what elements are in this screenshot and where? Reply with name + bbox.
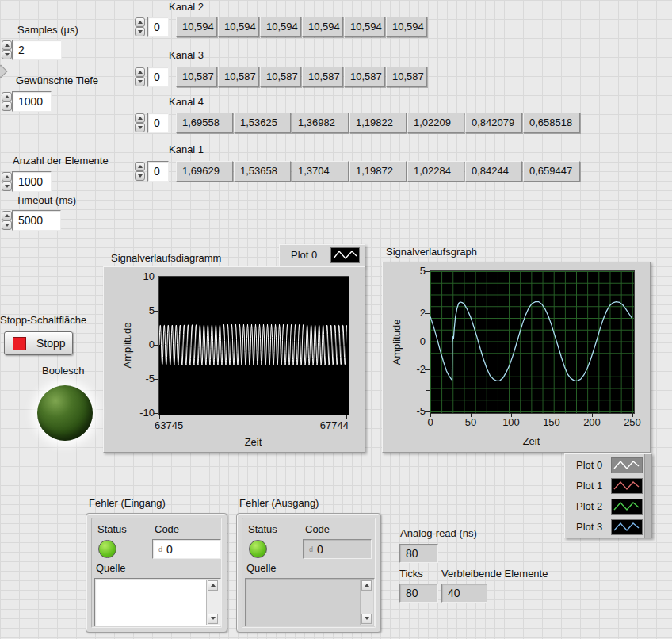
axis-tick	[471, 413, 472, 417]
tiefe-label: Gewünschte Tiefe	[16, 75, 98, 86]
plot-style-icon	[330, 247, 360, 263]
decrement-button[interactable]	[2, 50, 12, 59]
timeout-input[interactable]: 5000	[12, 210, 61, 231]
kanal3-array: 10,58710,58710,58710,58710,58710,587	[176, 67, 427, 87]
axis-tick	[159, 415, 160, 419]
increment-button[interactable]	[2, 211, 12, 220]
quelle-label: Quelle	[96, 562, 126, 574]
legend-item[interactable]: Plot 2	[565, 498, 651, 517]
code-value: 0	[317, 540, 323, 559]
axis-tick	[426, 390, 430, 391]
legend-item[interactable]: Plot 1	[565, 477, 651, 496]
timeout-value: 5000	[18, 214, 43, 227]
decrement-button[interactable]	[2, 101, 12, 111]
kanal4-index-spinner[interactable]	[135, 113, 145, 133]
status-label: Status	[248, 523, 277, 535]
axis-tick	[154, 345, 158, 346]
plot-style-icon	[611, 519, 643, 535]
array-cell: 1,02209	[407, 113, 464, 133]
kanal4-label: Kanal 4	[169, 96, 204, 108]
samples-spinner[interactable]	[2, 40, 12, 60]
array-cell: 10,594	[176, 17, 217, 37]
tiefe-input[interactable]: 1000	[12, 91, 52, 112]
ticks-label: Ticks	[399, 568, 423, 580]
anzahl-spinner[interactable]	[2, 172, 12, 192]
axis-tick	[430, 413, 431, 417]
kanal4-index[interactable]: 0	[147, 113, 169, 133]
array-cell: 10,587	[386, 67, 427, 87]
index-value: 0	[154, 117, 160, 129]
array-cell: 10,587	[176, 67, 217, 87]
down-arrow-icon	[5, 185, 10, 188]
kanal2-index-spinner[interactable]	[135, 17, 145, 37]
anzahl-input[interactable]: 1000	[12, 171, 52, 192]
scrollbar[interactable]	[206, 580, 220, 625]
samples-label: Samples (µs)	[17, 24, 78, 36]
samples-value: 2	[18, 44, 25, 56]
decrement-button[interactable]	[2, 182, 12, 191]
legend-item[interactable]: Plot 3	[565, 518, 651, 538]
array-cell: 1,19872	[349, 161, 407, 182]
boolesch-led[interactable]	[37, 385, 93, 441]
decrement-button[interactable]	[135, 123, 145, 132]
scrollbar[interactable]	[360, 580, 373, 625]
array-cell: 10,594	[218, 17, 259, 37]
kanal2-label: Kanal 2	[169, 1, 204, 13]
down-arrow-icon	[138, 126, 143, 129]
up-arrow-icon	[365, 584, 369, 587]
status-led[interactable]	[98, 540, 116, 558]
increment-button[interactable]	[2, 40, 12, 50]
samples-input[interactable]: 2	[12, 40, 62, 60]
code-input[interactable]: d 0	[152, 539, 221, 559]
scroll-down-button[interactable]	[208, 614, 218, 624]
stop-button[interactable]: Stopp	[4, 331, 73, 355]
legend-item[interactable]: Plot 0	[565, 457, 651, 476]
decrement-button[interactable]	[135, 77, 145, 86]
stop-square-icon	[13, 337, 26, 350]
down-arrow-icon	[138, 174, 143, 178]
panel-origin-marker	[0, 65, 7, 78]
scroll-up-button[interactable]	[361, 580, 372, 591]
array-cell: 1,53625	[234, 113, 291, 133]
increment-button[interactable]	[135, 67, 145, 77]
code-value: 0	[166, 540, 173, 559]
kanal1-index-spinner[interactable]	[135, 162, 145, 182]
scroll-down-button[interactable]	[361, 614, 372, 624]
waveform-graph-trace	[430, 271, 632, 411]
quelle-input[interactable]	[94, 578, 221, 626]
array-cell: 10,594	[344, 17, 385, 37]
kanal3-label: Kanal 3	[169, 49, 204, 61]
stop-button-label: Stopp	[36, 337, 66, 350]
axis-tick	[425, 271, 430, 272]
increment-button[interactable]	[135, 113, 145, 123]
stop-label: Stopp-Schaltfläche	[0, 314, 86, 326]
down-arrow-icon	[5, 53, 10, 56]
radix-indicator[interactable]: d	[158, 540, 162, 559]
array-cell: 10,594	[386, 17, 427, 37]
kanal1-array: 1,696291,536581,37041,198721,022840,8424…	[176, 161, 580, 182]
kanal3-index[interactable]: 0	[147, 67, 169, 87]
increment-button[interactable]	[2, 172, 12, 182]
increment-button[interactable]	[135, 17, 145, 27]
verbleibende-label: Verbleibende Elemente	[441, 568, 548, 580]
chart-legend[interactable]: Plot 0	[279, 244, 365, 267]
decrement-button[interactable]	[135, 171, 145, 181]
increment-button[interactable]	[2, 92, 12, 101]
kanal1-index[interactable]: 0	[147, 161, 169, 182]
chart-title: Signalverlaufsdiagramm	[111, 252, 221, 264]
decrement-button[interactable]	[2, 220, 12, 230]
decrement-button[interactable]	[135, 27, 145, 36]
status-label: Status	[97, 523, 127, 535]
kanal3-index-spinner[interactable]	[135, 67, 145, 87]
analog-read-value: 80	[406, 547, 418, 560]
waveform-graph-plot-area	[430, 270, 635, 414]
tiefe-spinner[interactable]	[2, 92, 12, 112]
kanal2-index[interactable]: 0	[147, 17, 169, 37]
scroll-up-button[interactable]	[208, 580, 218, 591]
increment-button[interactable]	[135, 162, 145, 171]
axis-tick	[552, 413, 552, 417]
timeout-spinner[interactable]	[2, 211, 12, 231]
code-label: Code	[155, 523, 179, 535]
axis-tick	[154, 413, 158, 414]
anzahl-value: 1000	[18, 175, 43, 188]
